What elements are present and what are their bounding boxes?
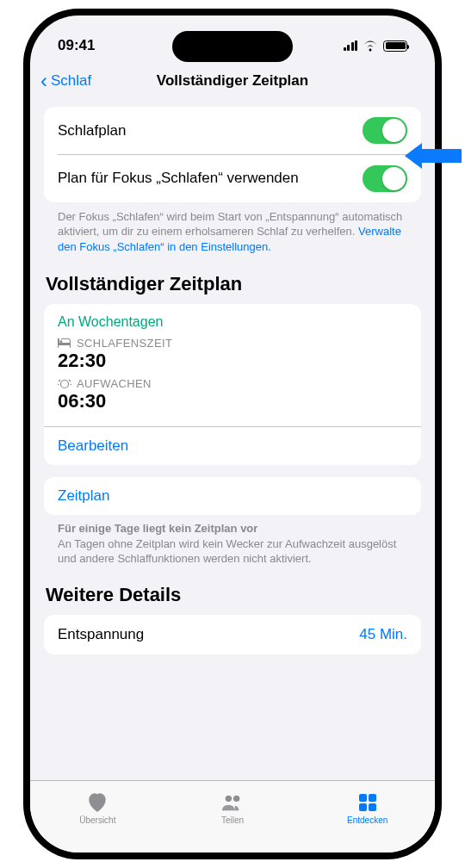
wake-value: 06:30 xyxy=(58,390,407,412)
status-time: 09:41 xyxy=(58,37,95,54)
wifi-icon xyxy=(363,40,378,52)
sleep-plan-row: Schlafplan xyxy=(44,107,421,154)
tab-overview[interactable]: Übersicht xyxy=(30,781,165,835)
schedule-entry[interactable]: An Wochentagen SCHLAFENSZEIT 22:30 AUFWA… xyxy=(44,304,421,426)
schedule-card: An Wochentagen SCHLAFENSZEIT 22:30 AUFWA… xyxy=(44,304,421,465)
sleep-plan-label: Schlafplan xyxy=(58,121,126,140)
tab-bar: Übersicht Teilen Entdecken xyxy=(30,780,435,852)
heart-icon xyxy=(86,792,108,813)
battery-icon xyxy=(383,40,407,52)
edit-schedule-button[interactable]: Bearbeiten xyxy=(44,427,421,465)
back-label: Schlaf xyxy=(51,72,91,90)
no-schedule-note: Für einige Tage liegt kein Zeitplan vor … xyxy=(44,515,421,579)
back-button[interactable]: ‹ Schlaf xyxy=(40,71,91,91)
add-schedule-button[interactable]: Zeitplan xyxy=(44,477,421,515)
svg-rect-4 xyxy=(369,794,376,802)
focus-label: Plan für Fokus „Schlafen“ verwenden xyxy=(58,169,299,187)
svg-point-2 xyxy=(233,795,239,801)
schedule-days: An Wochentagen xyxy=(58,314,407,330)
wind-down-row[interactable]: Entspannung 45 Min. xyxy=(44,615,421,654)
grid-icon xyxy=(356,792,379,813)
svg-point-1 xyxy=(226,795,232,801)
details-header: Weitere Details xyxy=(44,579,421,615)
navigation-bar: ‹ Schlaf Vollständiger Zeitplan xyxy=(30,62,435,100)
people-icon xyxy=(221,792,244,813)
wind-down-label: Entspannung xyxy=(58,625,144,643)
svg-point-0 xyxy=(61,381,69,388)
svg-rect-5 xyxy=(359,803,367,811)
wind-down-value: 45 Min. xyxy=(359,626,407,643)
add-schedule-card: Zeitplan xyxy=(44,477,421,515)
status-indicators xyxy=(344,40,408,52)
focus-row: Plan für Fokus „Schlafen“ verwenden xyxy=(44,155,421,202)
tab-discover[interactable]: Entdecken xyxy=(300,781,435,835)
content-scroll[interactable]: Schlafplan Plan für Fokus „Schlafen“ ver… xyxy=(30,100,435,780)
annotation-arrow-icon xyxy=(401,138,462,174)
svg-rect-3 xyxy=(359,794,367,802)
alarm-icon xyxy=(58,378,71,389)
tab-share[interactable]: Teilen xyxy=(165,781,301,835)
toggles-card: Schlafplan Plan für Fokus „Schlafen“ ver… xyxy=(44,107,421,202)
wake-label: AUFWACHEN xyxy=(58,377,407,390)
svg-rect-6 xyxy=(369,803,376,811)
bedtime-label: SCHLAFENSZEIT xyxy=(58,337,407,350)
chevron-left-icon: ‹ xyxy=(40,71,47,91)
focus-footer: Der Fokus „Schlafen“ wird beim Start von… xyxy=(44,202,421,269)
details-card: Entspannung 45 Min. xyxy=(44,615,421,654)
bed-icon xyxy=(58,338,71,348)
cellular-icon xyxy=(344,40,358,51)
bedtime-value: 22:30 xyxy=(58,350,407,372)
schedule-header: Vollständiger Zeitplan xyxy=(44,268,421,304)
